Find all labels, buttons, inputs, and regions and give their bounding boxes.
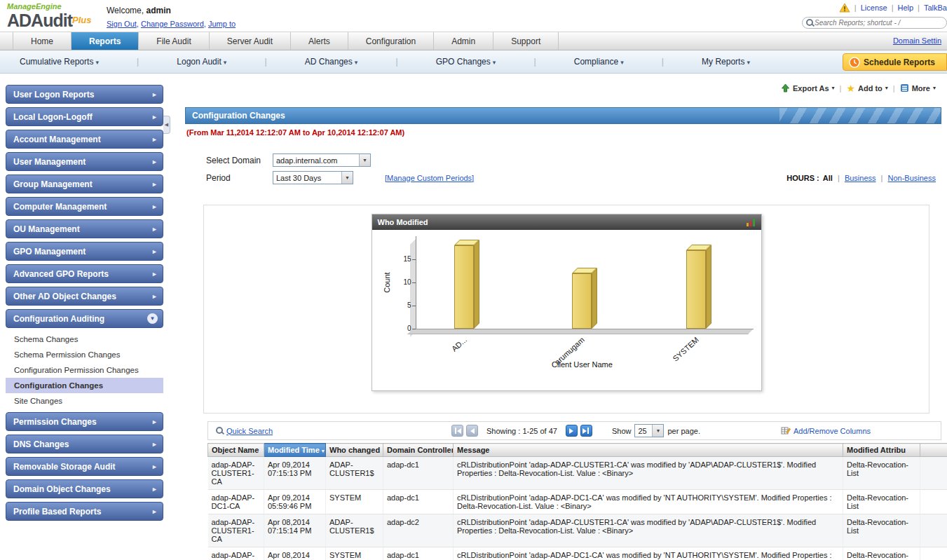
sidebar-item-user-logon-reports[interactable]: User Logon Reports►	[6, 85, 163, 104]
menu-logon-audit[interactable]: Logon Audit▾	[177, 57, 226, 67]
columns-edit-icon	[781, 426, 791, 435]
jump-to-link[interactable]: Jump to	[208, 20, 236, 28]
sidebar-item-group-management[interactable]: Group Management►	[6, 175, 163, 193]
schedule-reports-button[interactable]: Schedule Reports	[843, 53, 947, 71]
chart-3d-floor	[407, 329, 754, 334]
chevron-right-icon: ►	[151, 293, 158, 300]
sidebar-subitem-schema-permission-changes[interactable]: Schema Permission Changes	[6, 347, 163, 362]
license-link[interactable]: License	[861, 4, 887, 12]
period-label: Period	[206, 173, 273, 183]
more-button[interactable]: More▾	[900, 83, 936, 93]
menu-cumulative-reports[interactable]: Cumulative Reports▾	[20, 57, 99, 67]
quick-search-link[interactable]: Quick Search	[215, 426, 273, 435]
sidebar-item-computer-management[interactable]: Computer Management►	[6, 197, 163, 216]
sidebar-item-user-management[interactable]: User Management►	[6, 152, 163, 171]
separator: |	[892, 4, 894, 12]
clock-icon	[849, 57, 860, 68]
column-header-modified-attribu[interactable]: Modified Attribu	[843, 444, 920, 457]
sidebar-item-ou-management[interactable]: OU Management►	[6, 219, 163, 238]
tab-home[interactable]: Home	[13, 32, 71, 50]
change-password-link[interactable]: Change Password	[141, 20, 204, 28]
sidebar-item-removable-storage-audit[interactable]: Removable Storage Audit►	[6, 457, 163, 476]
sidebar-item-local-logon-logoff[interactable]: Local Logon-Logoff►	[6, 107, 163, 126]
sidebar-item-permission-changes[interactable]: Permission Changes►	[6, 412, 163, 431]
y-axis-tick	[412, 329, 416, 329]
chevron-down-icon: ▾	[224, 59, 227, 66]
tab-support[interactable]: Support	[493, 32, 559, 50]
column-header-who-changed[interactable]: Who changed	[326, 444, 383, 457]
bar-chart-icon[interactable]	[746, 218, 756, 227]
separator: |	[918, 4, 920, 12]
sidebar-item-advanced-gpo-reports[interactable]: Advanced GPO Reports►	[6, 264, 163, 283]
sidebar: User Logon Reports►Local Logon-Logoff►Ac…	[6, 85, 163, 524]
column-header-domain-controller[interactable]: Domain Controller	[383, 444, 454, 457]
sidebar-item-configuration-auditing[interactable]: Configuration Auditing▼	[6, 309, 163, 328]
column-header-modified-time[interactable]: Modified Time▾	[264, 444, 326, 457]
x-axis-category-label: SYSTEM	[653, 336, 700, 379]
product-suffix: Plus	[72, 15, 91, 25]
report-search-box[interactable]	[802, 17, 947, 29]
sidebar-item-profile-based-reports[interactable]: Profile Based Reports►	[6, 502, 163, 521]
previous-page-button[interactable]	[466, 425, 478, 437]
column-header-object-name[interactable]: Object Name	[208, 444, 264, 457]
help-link[interactable]: Help	[897, 4, 913, 12]
domain-settings-link[interactable]: Domain Settin	[893, 36, 941, 45]
sidebar-subitem-site-changes[interactable]: Site Changes	[6, 393, 163, 409]
export-as-button[interactable]: Export As▾	[781, 83, 835, 93]
menu-gpo-changes[interactable]: GPO Changes▾	[436, 57, 496, 67]
period-select[interactable]: Last 30 Days ▼	[273, 171, 353, 184]
chevron-right-icon: ►	[151, 508, 158, 515]
column-header-message[interactable]: Message	[454, 444, 843, 457]
cell-who-changed: SYSTEM	[326, 547, 383, 560]
page-size-select[interactable]: 25 ▼	[634, 424, 664, 437]
sidebar-item-gpo-management[interactable]: GPO Management►	[6, 242, 163, 261]
hours-business-option[interactable]: Business	[845, 174, 876, 182]
export-icon	[781, 83, 790, 93]
sidebar-item-other-ad-object-changes[interactable]: Other AD Object Changes►	[6, 287, 163, 306]
warning-icon[interactable]	[839, 3, 850, 13]
last-page-button[interactable]	[580, 425, 592, 437]
tab-alerts[interactable]: Alerts	[291, 32, 348, 50]
sidebar-item-domain-object-changes[interactable]: Domain Object Changes►	[6, 479, 163, 498]
tab-admin[interactable]: Admin	[434, 32, 493, 50]
x-axis-line	[416, 329, 754, 329]
menu-ad-changes[interactable]: AD Changes▾	[305, 57, 358, 67]
hours-all-option[interactable]: All	[823, 174, 833, 182]
page: ManageEngine ADAuditPlus Welcome, admin …	[0, 0, 947, 560]
tab-configuration[interactable]: Configuration	[348, 32, 434, 50]
menu-compliance[interactable]: Compliance▾	[574, 57, 624, 67]
domain-select[interactable]: adap.internal.com ▼	[273, 153, 371, 167]
chevron-right-icon: ►	[151, 114, 158, 121]
cell-object-name: adap-ADAP-CLUSTER1-CA	[208, 514, 264, 547]
table-row[interactable]: adap-ADAP-CLUSTER1-CAApr 08,2014 07:15:1…	[208, 514, 947, 547]
sidebar-item-dns-changes[interactable]: DNS Changes►	[6, 435, 163, 453]
chevron-right-icon: ►	[151, 91, 158, 98]
search-input[interactable]	[815, 19, 946, 27]
tab-server-audit[interactable]: Server Audit	[210, 32, 291, 50]
page-title: Configuration Changes	[192, 111, 285, 121]
manage-custom-periods-link[interactable]: [Manage Custom Periods]	[385, 174, 474, 182]
add-remove-columns-link[interactable]: Add/Remove Columns	[781, 426, 871, 435]
next-page-button[interactable]	[566, 425, 578, 437]
sidebar-item-account-management[interactable]: Account Management►	[6, 130, 163, 149]
table-row[interactable]: adap-ADAP-DC1-CAApr 09,2014 05:59:46 PMS…	[208, 490, 947, 514]
hours-non-business-option[interactable]: Non-Business	[888, 174, 936, 182]
sidebar-subitem-schema-changes[interactable]: Schema Changes	[6, 332, 163, 347]
tab-file-audit[interactable]: File Audit	[139, 32, 209, 50]
cell-modified-attribute: Delta-Revocation-List	[843, 514, 920, 547]
table-row[interactable]: adap-ADAP-CLUSTER1-CAApr 09,2014 07:15:1…	[208, 457, 947, 490]
sidebar-collapse-handle[interactable]: ◀	[163, 116, 170, 134]
chart-bar-ad	[454, 245, 474, 329]
add-to-button[interactable]: ★ Add to▾	[846, 84, 887, 93]
talkback-link[interactable]: TalkBa	[924, 4, 947, 12]
table-row[interactable]: adap-ADAP-DC1-CAApr 08,2014 05:59:45 PMS…	[208, 547, 947, 560]
first-page-button[interactable]	[451, 425, 463, 437]
cell-modified-time: Apr 09,2014 05:59:46 PM	[264, 490, 326, 514]
sidebar-subitem-configuration-changes[interactable]: Configuration Changes	[6, 378, 163, 393]
menu-my-reports[interactable]: My Reports▾	[702, 57, 750, 67]
cell-domain-controller: adap-dc1	[383, 457, 454, 490]
sign-out-link[interactable]: Sign Out	[107, 20, 137, 28]
tab-reports[interactable]: Reports	[71, 32, 139, 50]
y-axis-tick-label: 0	[396, 325, 411, 332]
sidebar-subitem-configuration-permission-changes[interactable]: Configuration Permission Changes	[6, 362, 163, 378]
